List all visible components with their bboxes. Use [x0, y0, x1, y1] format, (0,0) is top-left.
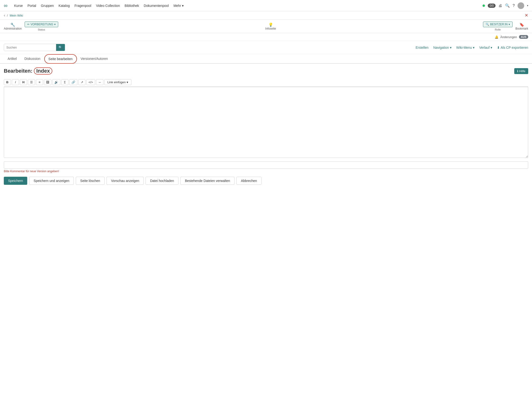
- editor-textarea[interactable]: [4, 87, 528, 158]
- tabs-row: Artikel Diskussion Seite bearbeiten Vers…: [0, 54, 532, 64]
- avatar[interactable]: [518, 2, 524, 9]
- help-button[interactable]: ℹ Hilfe: [514, 68, 528, 74]
- breadcrumb-separator: /: [7, 14, 8, 17]
- wiki-menu-dropdown[interactable]: Wiki-Menu ▾: [456, 46, 475, 50]
- preview-button[interactable]: Vorschau anzeigen: [106, 177, 144, 185]
- main-content: Bearbeiten: Index ℹ Hilfe B I H ☰ ≡ 🖼 🔊 …: [0, 64, 532, 193]
- ol-icon: ≡: [38, 81, 40, 84]
- breadcrumb-wiki[interactable]: Mein Wiki: [10, 14, 23, 17]
- link-icon: 🔗: [71, 81, 75, 84]
- rolle-button[interactable]: 🔍 BESITZER:IN ▾: [483, 22, 513, 27]
- nav-video-collection[interactable]: Video Collection: [96, 4, 120, 8]
- search-box: 🔍: [4, 44, 65, 51]
- tab-seite-bearbeiten[interactable]: Seite bearbeiten: [44, 54, 77, 64]
- image-icon: 🖼: [46, 81, 49, 84]
- audio-button[interactable]: 🔊: [52, 79, 60, 85]
- nav-bibliothek[interactable]: Bibliothek: [125, 4, 139, 8]
- lightbulb-icon: 💡: [268, 23, 273, 27]
- search-role-icon: 🔍: [486, 23, 489, 26]
- mehr-caret-icon: ▾: [182, 4, 184, 8]
- code-button[interactable]: </>: [86, 79, 95, 85]
- status-caret-icon: ▾: [54, 23, 56, 26]
- save-and-view-button[interactable]: Speichern und anzeigen: [29, 177, 74, 185]
- navigation-dropdown[interactable]: Navigation ▾: [433, 46, 451, 50]
- rolle-section: 🔍 BESITZER:IN ▾ Rolle: [483, 22, 513, 31]
- math-button[interactable]: Σ: [61, 79, 69, 85]
- download-icon: ⬇: [497, 46, 500, 50]
- search-submit-icon: 🔍: [58, 46, 63, 49]
- link-insert-caret-icon: ▾: [127, 81, 128, 84]
- changes-toggle[interactable]: AUS: [519, 35, 528, 39]
- nav-links: Kurse Portal Gruppen Katalog Fragenpool …: [14, 4, 478, 8]
- arrow-button[interactable]: ↔: [96, 79, 103, 85]
- changes-bar: 🔔 Änderungen AUS: [0, 33, 532, 41]
- code-icon: </>: [88, 81, 93, 84]
- nav-katalog[interactable]: Katalog: [58, 4, 69, 8]
- nav-portal[interactable]: Portal: [27, 4, 36, 8]
- math-icon: Σ: [64, 81, 66, 84]
- comment-input[interactable]: [4, 161, 528, 169]
- editor-toolbar: B I H ☰ ≡ 🖼 🔊 Σ 🔗 ↗ </> ↔ Link ein: [4, 78, 528, 87]
- print-icon[interactable]: 🖨: [498, 4, 502, 8]
- comment-hint: Bitte Kommentar für neue Version angeben…: [4, 170, 528, 173]
- infoseite-item[interactable]: 💡 Infoseite: [265, 23, 276, 30]
- pencil-icon: ✏: [27, 23, 30, 26]
- ul-button[interactable]: ☰: [28, 79, 35, 85]
- upload-button[interactable]: Datei hochladen: [145, 177, 178, 185]
- changes-label: Änderungen: [500, 35, 517, 39]
- italic-button[interactable]: I: [12, 79, 19, 85]
- back-button[interactable]: ‹: [4, 13, 5, 18]
- ul-icon: ☰: [30, 81, 33, 84]
- bold-button[interactable]: B: [4, 79, 11, 85]
- tab-artikel[interactable]: Artikel: [4, 54, 21, 63]
- bookmark-icon: 🔖: [519, 23, 524, 27]
- nav-fragenpool[interactable]: Fragenpool: [75, 4, 91, 8]
- top-nav: ∞ Kurse Portal Gruppen Katalog Fragenpoo…: [0, 0, 532, 11]
- avatar-caret-icon[interactable]: ▾: [527, 4, 528, 7]
- rolle-caret-icon: ▾: [509, 23, 510, 26]
- close-button[interactable]: ✕: [525, 13, 528, 18]
- administration-item[interactable]: 🔧 Administration: [4, 23, 22, 30]
- save-button[interactable]: Speichern: [4, 177, 27, 185]
- image-button[interactable]: 🖼: [44, 79, 51, 85]
- status-section-label: Status: [38, 28, 45, 31]
- external-icon: ↗: [81, 81, 83, 84]
- nav-kurse[interactable]: Kurse: [14, 4, 23, 8]
- help-icon[interactable]: ?: [513, 4, 515, 8]
- bookmark-item[interactable]: 🔖 Bookmark: [515, 23, 528, 30]
- nav-dokumentenpool[interactable]: Dokumentenpool: [144, 4, 169, 8]
- nav-mehr[interactable]: Mehr ▾: [174, 4, 184, 8]
- search-input[interactable]: [4, 44, 56, 51]
- verlauf-dropdown[interactable]: Verlauf ▾: [479, 46, 492, 50]
- search-button[interactable]: 🔍: [56, 44, 65, 51]
- wiki-menu-caret-icon: ▾: [473, 46, 475, 50]
- manage-files-button[interactable]: Bestehende Dateien verwalten: [180, 177, 235, 185]
- status-button[interactable]: ✏ VORBEREITUNG ▾: [25, 22, 58, 27]
- title-prefix: Bearbeiten:: [4, 68, 32, 74]
- external-link-button[interactable]: ↗: [78, 79, 85, 85]
- admin-toolbar: 🔧 Administration ✏ VORBEREITUNG ▾ Status…: [0, 20, 532, 33]
- tab-versionen[interactable]: Versionen/Autoren: [77, 54, 112, 63]
- logo[interactable]: ∞: [4, 3, 8, 9]
- status-dot: [482, 5, 485, 7]
- delete-page-button[interactable]: Seite löschen: [76, 177, 105, 185]
- bell-icon: 🔔: [494, 35, 498, 39]
- erstellen-link[interactable]: Erstellen: [416, 46, 428, 50]
- heading-button[interactable]: H: [20, 79, 27, 85]
- tab-diskussion[interactable]: Diskussion: [21, 54, 44, 63]
- nav-gruppen[interactable]: Gruppen: [41, 4, 54, 8]
- cancel-button[interactable]: Abbrechen: [236, 177, 262, 185]
- search-icon[interactable]: 🔍: [505, 3, 510, 8]
- top-nav-right: 0/0 🖨 🔍 ? ▾: [482, 2, 528, 9]
- bookmark-label: Bookmark: [515, 27, 528, 30]
- export-link[interactable]: ⬇ Als CP exportieren: [497, 46, 528, 50]
- navigation-caret-icon: ▾: [450, 46, 451, 50]
- help-btn-icon: ℹ: [517, 69, 518, 73]
- link-insert-button[interactable]: Link einfügen ▾: [104, 79, 131, 85]
- search-action-row: 🔍 Erstellen Navigation ▾ Wiki-Menu ▾ Ver…: [0, 41, 532, 54]
- status-section: ✏ VORBEREITUNG ▾ Status: [25, 22, 58, 31]
- ol-button[interactable]: ≡: [36, 79, 43, 85]
- link-button[interactable]: 🔗: [69, 79, 77, 85]
- action-links: Erstellen Navigation ▾ Wiki-Menu ▾ Verla…: [416, 46, 528, 50]
- page-heading: Bearbeiten: Index ℹ Hilfe: [4, 68, 528, 74]
